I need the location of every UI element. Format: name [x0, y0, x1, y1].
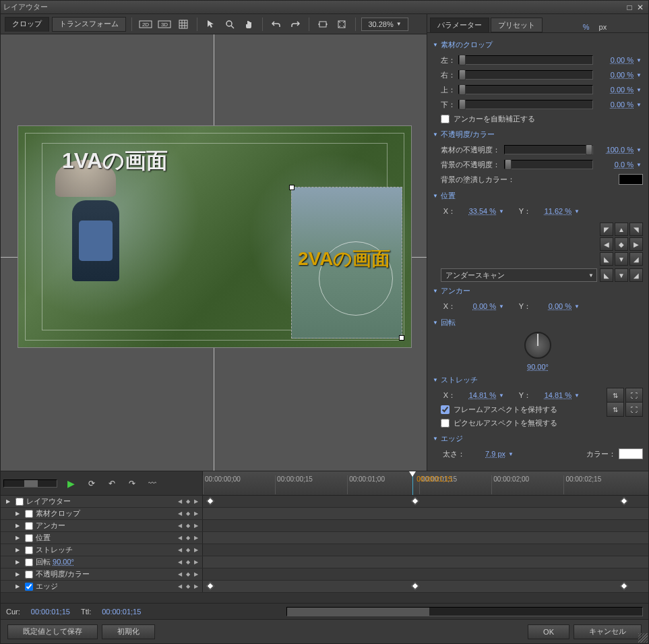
- play-button[interactable]: ▶: [63, 475, 79, 492]
- anchor-y-value[interactable]: 0.00 %: [534, 302, 571, 310]
- stretch-x-value[interactable]: 14.81 %: [458, 391, 496, 399]
- kf-add-icon[interactable]: ◆: [185, 498, 191, 504]
- next-keyframe-icon[interactable]: ↷: [125, 476, 140, 491]
- loop-icon[interactable]: ⟳: [84, 476, 99, 491]
- nudge-down[interactable]: ▼: [615, 252, 628, 266]
- section-crop[interactable]: 素材のクロップ: [433, 40, 643, 50]
- mat-opacity-value[interactable]: 100.0 %: [596, 146, 633, 154]
- section-opacity[interactable]: 不透明度/カラー: [433, 129, 643, 140]
- keyframe[interactable]: [206, 497, 214, 504]
- spinner-icon[interactable]: ▼: [636, 57, 643, 63]
- kf-prev-icon[interactable]: ◀: [177, 571, 183, 577]
- nudge-center[interactable]: ◆: [615, 237, 628, 251]
- stretch-fit-icon[interactable]: ⛶: [625, 388, 643, 403]
- timeline-h-scrollbar[interactable]: [286, 607, 643, 616]
- track-expand-icon[interactable]: ▶: [16, 523, 22, 529]
- track-expand-icon[interactable]: ▶: [16, 583, 22, 589]
- timeline-zoom-scrollbar[interactable]: [3, 479, 57, 488]
- section-anchor[interactable]: アンカー: [433, 286, 643, 296]
- track-lane[interactable]: [203, 556, 648, 568]
- mode-2d-button[interactable]: 2D: [137, 17, 154, 32]
- anchor-x-value[interactable]: 0.00 %: [458, 302, 496, 310]
- kf-next-icon[interactable]: ▶: [193, 547, 199, 553]
- spinner-icon[interactable]: ▼: [574, 303, 581, 310]
- stretch-y-value[interactable]: 14.81 %: [534, 391, 571, 399]
- section-edge[interactable]: エッジ: [433, 434, 643, 444]
- kf-prev-icon[interactable]: ◀: [177, 583, 183, 589]
- resize-grip[interactable]: [638, 633, 648, 643]
- auto-anchor-checkbox[interactable]: [441, 115, 450, 123]
- track-lane[interactable]: [203, 544, 648, 556]
- tab-parameter[interactable]: パラメーター: [430, 18, 489, 32]
- kf-add-icon[interactable]: ◆: [185, 571, 191, 577]
- kf-add-icon[interactable]: ◆: [185, 535, 191, 541]
- spinner-icon[interactable]: ▼: [636, 72, 643, 78]
- prev-keyframe-icon[interactable]: ↶: [104, 476, 119, 491]
- nudge-down-left[interactable]: ◣: [600, 252, 613, 266]
- kf-next-icon[interactable]: ▶: [193, 559, 199, 565]
- hand-icon[interactable]: [241, 17, 257, 32]
- track-keyframe-checkbox[interactable]: [25, 534, 33, 542]
- kf-next-icon[interactable]: ▶: [193, 583, 199, 589]
- keyframe[interactable]: [206, 582, 214, 589]
- spinner-icon[interactable]: ▼: [499, 303, 505, 310]
- zoom-icon[interactable]: [222, 17, 238, 32]
- rotation-dial[interactable]: [524, 332, 551, 359]
- track-expand-icon[interactable]: ▶: [16, 559, 22, 565]
- keyframe[interactable]: [411, 497, 419, 504]
- close-icon[interactable]: ✕: [635, 3, 646, 12]
- track-lane[interactable]: [203, 520, 648, 531]
- crop-right-slider[interactable]: [458, 70, 593, 80]
- redo-icon[interactable]: [287, 17, 303, 32]
- track-expand-icon[interactable]: ▶: [16, 535, 22, 541]
- spinner-icon[interactable]: ▼: [636, 102, 643, 108]
- track-lane[interactable]: [203, 532, 648, 544]
- kf-add-icon[interactable]: ◆: [185, 510, 191, 517]
- kf-next-icon[interactable]: ▶: [193, 535, 199, 541]
- kf-next-icon[interactable]: ▶: [193, 523, 199, 529]
- kf-prev-icon[interactable]: ◀: [177, 498, 183, 504]
- pos-y-value[interactable]: 11.62 %: [534, 207, 571, 215]
- track-lane[interactable]: [203, 581, 648, 592]
- tab-preset[interactable]: プリセット: [491, 18, 543, 32]
- kf-prev-icon[interactable]: ◀: [177, 535, 183, 541]
- track-expand-icon[interactable]: ▶: [6, 498, 13, 504]
- undo-icon[interactable]: [268, 17, 284, 32]
- kf-add-icon[interactable]: ◆: [185, 559, 191, 565]
- track-lane[interactable]: [203, 496, 648, 507]
- spinner-icon[interactable]: ▼: [508, 451, 515, 457]
- spinner-icon[interactable]: ▼: [636, 87, 643, 93]
- track-keyframe-checkbox[interactable]: [25, 558, 33, 566]
- fit-horizontal-icon[interactable]: [315, 17, 331, 32]
- spinner-icon[interactable]: ▼: [636, 147, 643, 153]
- track-lane[interactable]: [203, 568, 648, 580]
- kf-add-icon[interactable]: ◆: [185, 583, 191, 589]
- track-keyframe-checkbox[interactable]: [16, 498, 24, 506]
- track-expand-icon[interactable]: ▶: [16, 547, 22, 553]
- kf-add-icon[interactable]: ◆: [185, 547, 191, 553]
- mat-opacity-slider[interactable]: [504, 145, 593, 154]
- ignore-px-aspect-checkbox[interactable]: [441, 419, 450, 428]
- keyframe[interactable]: [621, 582, 628, 589]
- kf-next-icon[interactable]: ▶: [193, 571, 199, 577]
- zoom-display[interactable]: 30.28% ▼: [361, 18, 408, 31]
- edge-thickness-value[interactable]: 7.9 px: [468, 450, 505, 458]
- nudge-down-right[interactable]: ◢: [629, 252, 643, 266]
- spinner-icon[interactable]: ▼: [574, 208, 581, 214]
- fit-icon[interactable]: [334, 17, 350, 32]
- nudge-up-right[interactable]: ◥: [629, 223, 643, 236]
- nudge-right[interactable]: ▶: [629, 237, 643, 251]
- tab-crop[interactable]: クロップ: [5, 17, 49, 32]
- section-rotation[interactable]: 回転: [433, 318, 643, 328]
- nudge-up-left[interactable]: ◤: [600, 223, 613, 236]
- section-stretch[interactable]: ストレッチ: [433, 375, 643, 385]
- tab-transform[interactable]: トランスフォーム: [52, 17, 126, 32]
- spinner-icon[interactable]: ▼: [574, 392, 581, 399]
- section-position[interactable]: 位置: [433, 191, 643, 201]
- cancel-button[interactable]: キャンセル: [574, 624, 642, 639]
- pos-x-value[interactable]: 33.54 %: [458, 207, 496, 215]
- crop-top-slider[interactable]: [458, 85, 593, 94]
- track-expand-icon[interactable]: ▶: [16, 571, 22, 577]
- track-keyframe-checkbox[interactable]: [25, 546, 33, 554]
- crop-top-value[interactable]: 0.00 %: [596, 86, 633, 94]
